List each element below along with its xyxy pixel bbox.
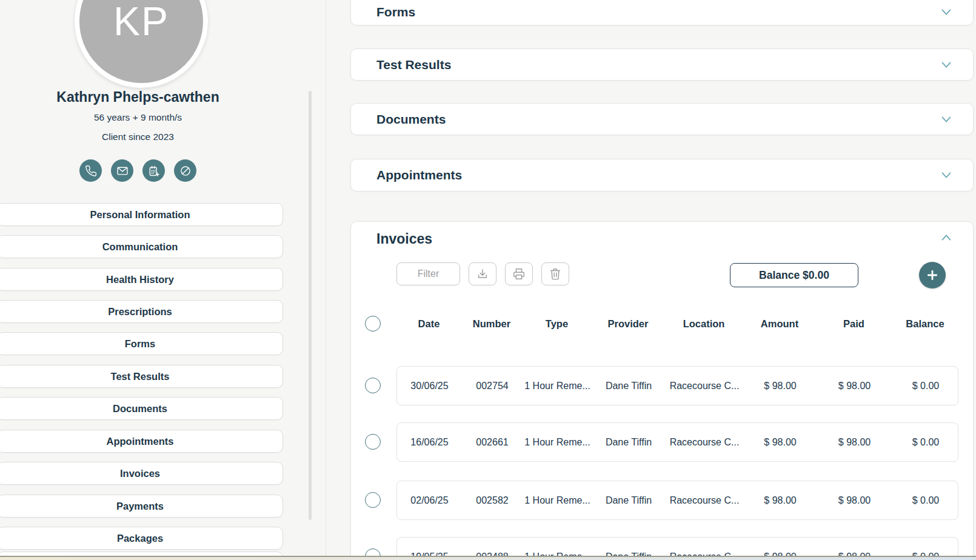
- chevron-down-icon[interactable]: [937, 168, 956, 182]
- column-header-paid: Paid: [816, 318, 892, 330]
- collapse-invoices[interactable]: [937, 222, 956, 247]
- calendar-add-icon: [148, 165, 160, 177]
- chevron-down-icon[interactable]: [937, 113, 956, 126]
- section-test-results: Test Results: [350, 48, 974, 81]
- column-header-balance: Balance: [892, 318, 958, 330]
- column-header-location: Location: [664, 318, 743, 330]
- block-icon: [179, 165, 192, 177]
- cell-location: Racecourse C...: [665, 437, 744, 448]
- section-title: Documents: [376, 112, 446, 127]
- invoice-row-card[interactable]: 30/06/25 002754 1 Hour Reme... Dane Tiff…: [396, 366, 958, 405]
- email-button[interactable]: [111, 159, 133, 182]
- avatar: KP: [75, 0, 208, 88]
- invoice-row: 02/06/25 002582 1 Hour Reme... Dane Tiff…: [351, 481, 974, 520]
- cell-amount: $ 98.00: [744, 495, 817, 506]
- select-all-radio[interactable]: [365, 316, 381, 332]
- sidebar-item-payments[interactable]: Payments: [0, 495, 283, 518]
- section-documents: Documents: [350, 103, 974, 135]
- sidebar-scrollbar[interactable]: [309, 91, 312, 520]
- cell-type: 1 Hour Reme...: [523, 437, 592, 448]
- sidebar-item-communication[interactable]: Communication: [0, 235, 283, 258]
- cell-balance: $ 0.00: [892, 381, 959, 392]
- row-radio[interactable]: [365, 492, 381, 508]
- trash-icon: [549, 267, 562, 281]
- sidebar-item-prescriptions[interactable]: Prescriptions: [0, 300, 283, 323]
- block-button[interactable]: [174, 159, 196, 182]
- panel-divider: [326, 0, 326, 556]
- plus-icon: [926, 269, 938, 281]
- balance-button[interactable]: Balance $0.00: [730, 263, 858, 287]
- cell-date: 16/06/25: [397, 437, 462, 448]
- client-sidebar: KP Kathryn Phelps-cawthen 56 years + 9 m…: [0, 0, 326, 560]
- row-radio[interactable]: [365, 378, 381, 393]
- cell-balance: $ 0.00: [892, 495, 959, 506]
- phone-icon: [85, 165, 97, 177]
- cell-balance: $ 0.00: [892, 437, 959, 448]
- print-icon: [512, 267, 526, 281]
- section-title: Forms: [376, 5, 415, 19]
- client-age: 56 years + 9 month/s: [0, 112, 276, 123]
- sidebar-item-appointments[interactable]: Appointments: [0, 430, 283, 453]
- section-appointments: Appointments: [350, 159, 974, 192]
- invoice-row: 16/06/25 002661 1 Hour Reme... Dane Tiff…: [351, 422, 974, 462]
- sidebar-item-health-history[interactable]: Health History: [0, 268, 283, 291]
- delete-button[interactable]: [541, 262, 569, 285]
- invoice-row-card[interactable]: 02/06/25 002582 1 Hour Reme... Dane Tiff…: [396, 481, 958, 520]
- sidebar-item-test-results[interactable]: Test Results: [0, 365, 283, 388]
- invoices-title: Invoices: [376, 222, 432, 247]
- section-title: Appointments: [376, 168, 462, 182]
- section-invoices: Invoices Filter: [350, 221, 974, 560]
- print-button[interactable]: [505, 262, 533, 285]
- row-radio[interactable]: [365, 434, 381, 450]
- email-icon: [116, 165, 129, 177]
- invoices-toolbar: Filter: [396, 262, 578, 285]
- section-test-results-header[interactable]: Test Results: [351, 49, 973, 80]
- cell-paid: $ 98.00: [817, 495, 892, 506]
- download-icon: [476, 267, 489, 281]
- cell-location: Racecourse C...: [665, 495, 744, 506]
- sidebar-item-packages[interactable]: Packages: [0, 527, 283, 550]
- call-button[interactable]: [79, 159, 102, 182]
- avatar-initials: KP: [113, 0, 169, 44]
- download-button[interactable]: [469, 262, 496, 285]
- cell-location: Racecourse C...: [665, 381, 744, 392]
- window-bottom-edge: [0, 556, 976, 560]
- add-invoice-button[interactable]: [919, 262, 946, 288]
- invoice-table-header: Date Number Type Provider Location Amoun…: [351, 312, 974, 336]
- cell-number: 002582: [462, 495, 523, 506]
- section-forms: Forms: [350, 0, 974, 25]
- section-forms-header[interactable]: Forms: [351, 0, 973, 25]
- book-appointment-button[interactable]: [142, 159, 165, 182]
- section-appointments-header[interactable]: Appointments: [351, 159, 973, 191]
- cell-amount: $ 98.00: [744, 437, 817, 448]
- cell-type: 1 Hour Reme...: [523, 381, 592, 392]
- cell-date: 02/06/25: [397, 495, 462, 506]
- cell-number: 002754: [462, 381, 523, 392]
- column-header-date: Date: [396, 318, 461, 330]
- cell-paid: $ 98.00: [817, 437, 892, 448]
- invoice-row-card[interactable]: 16/06/25 002661 1 Hour Reme... Dane Tiff…: [396, 422, 958, 462]
- cell-provider: Dane Tiffin: [592, 495, 665, 506]
- column-header-type: Type: [522, 318, 592, 330]
- sidebar-item-documents[interactable]: Documents: [0, 397, 283, 420]
- column-header-number: Number: [461, 318, 522, 330]
- cell-provider: Dane Tiffin: [592, 437, 665, 448]
- invoice-row: 30/06/25 002754 1 Hour Reme... Dane Tiff…: [351, 366, 974, 405]
- cell-paid: $ 98.00: [817, 381, 892, 392]
- column-header-amount: Amount: [743, 318, 816, 330]
- client-name: Kathryn Phelps-cawthen: [0, 89, 276, 105]
- cell-provider: Dane Tiffin: [592, 381, 665, 392]
- section-documents-header[interactable]: Documents: [351, 104, 973, 135]
- chevron-down-icon[interactable]: [937, 5, 956, 19]
- sidebar-item-forms[interactable]: Forms: [0, 332, 283, 355]
- chevron-down-icon[interactable]: [937, 58, 956, 72]
- cell-amount: $ 98.00: [744, 381, 817, 392]
- cell-date: 30/06/25: [397, 381, 462, 392]
- cell-type: 1 Hour Reme...: [523, 495, 592, 506]
- sidebar-item-invoices[interactable]: Invoices: [0, 462, 283, 485]
- column-header-provider: Provider: [592, 318, 664, 330]
- chevron-up-icon: [937, 231, 956, 244]
- filter-button[interactable]: Filter: [396, 262, 460, 285]
- section-title: Test Results: [376, 58, 451, 72]
- sidebar-item-personal-information[interactable]: Personal Information: [0, 203, 283, 226]
